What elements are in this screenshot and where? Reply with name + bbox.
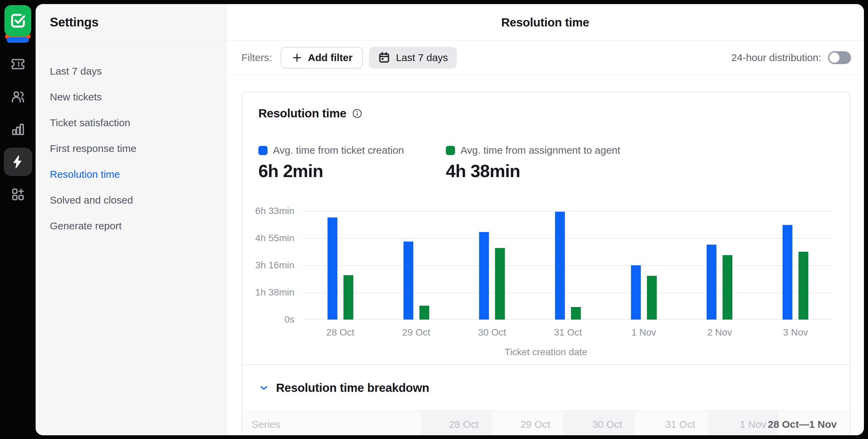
calendar-icon xyxy=(378,51,391,64)
sidebar-title: Settings xyxy=(50,15,99,30)
table-header-cell: 28 Oct—1 Nov xyxy=(779,411,850,435)
table-header-cell: 31 Oct xyxy=(635,411,708,435)
legend-swatch xyxy=(446,146,455,155)
bar xyxy=(571,307,581,320)
settings-sidebar: Settings Last 7 daysNew ticketsTicket sa… xyxy=(36,4,226,435)
chart-x-axis: 28 Oct29 Oct30 Oct31 Oct1 Nov2 Nov3 Nov xyxy=(302,327,833,338)
main-area: Resolution time Filters: Add filter xyxy=(226,4,864,435)
date-range-button[interactable]: Last 7 days xyxy=(369,47,457,69)
bar xyxy=(495,248,505,320)
y-tick-label: 0s xyxy=(284,314,294,325)
page-header: Resolution time xyxy=(226,4,864,41)
bar xyxy=(328,217,337,320)
logo-check-icon xyxy=(4,5,31,36)
bar-group xyxy=(682,211,758,320)
filters-label: Filters: xyxy=(241,52,272,63)
y-tick-label: 1h 38min xyxy=(255,287,294,298)
table-header-cell: 28 Oct xyxy=(421,411,492,435)
bar xyxy=(707,245,716,320)
sidebar-nav: Last 7 daysNew ticketsTicket satisfactio… xyxy=(36,41,226,239)
screen: Settings Last 7 daysNew ticketsTicket sa… xyxy=(0,0,868,439)
distribution-toggle-label: 24-hour distribution: xyxy=(731,52,821,63)
table-header-cell: 30 Oct xyxy=(563,411,635,435)
bar xyxy=(783,225,792,320)
app-logo[interactable] xyxy=(4,5,31,40)
bar xyxy=(555,212,565,320)
legend-group: Avg. time from assignment to agent4h 38m… xyxy=(446,145,633,181)
apps-icon[interactable] xyxy=(4,180,32,209)
legend-label: Avg. time from ticket creation xyxy=(273,145,404,156)
chart: 6h 33min4h 55min3h 16min1h 38min0s xyxy=(258,211,833,320)
sidebar-item-solved-and-closed[interactable]: Solved and closed xyxy=(36,187,226,213)
bar-group xyxy=(378,211,454,320)
logo-stripe-blue xyxy=(7,37,29,43)
legend-label: Avg. time from assignment to agent xyxy=(460,145,620,156)
toggle-knob xyxy=(829,53,840,63)
bar-group xyxy=(530,211,606,320)
app-window: Settings Last 7 daysNew ticketsTicket sa… xyxy=(36,4,864,435)
legend-swatch xyxy=(258,146,268,155)
info-icon[interactable] xyxy=(352,108,362,119)
table-header-cell: Series xyxy=(242,411,421,435)
sidebar-item-first-response-time[interactable]: First response time xyxy=(36,136,226,161)
add-filter-button[interactable]: Add filter xyxy=(281,47,363,69)
chart-bars xyxy=(302,211,833,320)
card-title-row: Resolution time xyxy=(258,107,833,120)
bar xyxy=(403,242,413,320)
x-tick-label: 29 Oct xyxy=(378,327,454,338)
legend-entry: Avg. time from assignment to agent xyxy=(446,145,633,156)
legend-summary-value: 4h 38min xyxy=(446,161,633,181)
legend-row: Avg. time from ticket creation6h 2minAvg… xyxy=(258,145,833,181)
bar-group xyxy=(302,211,378,320)
rail-nav xyxy=(4,50,32,213)
x-tick-label: 2 Nov xyxy=(682,327,758,338)
breakdown-title: Resolution time breakdown xyxy=(276,381,429,395)
statistics-icon[interactable] xyxy=(4,115,32,144)
sidebar-item-resolution-time[interactable]: Resolution time xyxy=(36,161,226,187)
report-content: Resolution time Avg. time from ticket cr… xyxy=(226,75,864,435)
y-tick-label: 4h 55min xyxy=(255,233,294,244)
x-tick-label: 28 Oct xyxy=(302,327,378,338)
chart-y-axis: 6h 33min4h 55min3h 16min1h 38min0s xyxy=(258,211,302,320)
distribution-toggle[interactable] xyxy=(828,51,851,64)
bar xyxy=(723,255,732,320)
sidebar-item-last-7-days[interactable]: Last 7 days xyxy=(36,58,226,84)
bar-group xyxy=(454,211,530,320)
sidebar-header: Settings xyxy=(36,4,226,41)
y-tick-label: 6h 33min xyxy=(255,206,294,216)
app-rail xyxy=(0,0,36,439)
sidebar-item-generate-report[interactable]: Generate report xyxy=(36,213,226,239)
y-tick-label: 3h 16min xyxy=(255,260,294,271)
legend-summary-value: 6h 2min xyxy=(258,161,446,181)
x-tick-label: 3 Nov xyxy=(757,327,833,338)
customers-icon[interactable] xyxy=(4,82,32,111)
table-header-cell: 29 Oct xyxy=(492,411,563,435)
filter-bar: Filters: Add filter Last 7 days xyxy=(226,41,864,75)
sidebar-item-new-tickets[interactable]: New tickets xyxy=(36,84,226,110)
bar xyxy=(647,276,657,320)
resolution-time-card: Resolution time Avg. time from ticket cr… xyxy=(241,92,850,435)
breakdown-header[interactable]: Resolution time breakdown xyxy=(258,365,833,410)
bar xyxy=(479,232,489,320)
bar xyxy=(798,252,808,320)
bar xyxy=(631,265,641,320)
legend-entry: Avg. time from ticket creation xyxy=(258,145,446,156)
sidebar-item-ticket-satisfaction[interactable]: Ticket satisfaction xyxy=(36,110,226,136)
breakdown-table-header: Series28 Oct29 Oct30 Oct31 Oct1 Nov28 Oc… xyxy=(242,410,850,435)
x-axis-title: Ticket creation date xyxy=(258,347,833,358)
x-tick-label: 31 Oct xyxy=(530,327,606,338)
bar xyxy=(343,275,353,320)
chart-plot-area xyxy=(302,211,833,320)
quick-actions-icon[interactable] xyxy=(4,148,32,176)
x-tick-label: 1 Nov xyxy=(606,327,682,338)
x-tick-label: 30 Oct xyxy=(454,327,530,338)
bar xyxy=(419,306,429,320)
card-title: Resolution time xyxy=(258,107,347,120)
plus-icon xyxy=(291,52,303,64)
chevron-down-icon xyxy=(258,382,269,393)
bar-group xyxy=(606,211,682,320)
page-title: Resolution time xyxy=(501,16,589,29)
legend-group: Avg. time from ticket creation6h 2min xyxy=(258,145,446,181)
bar-group xyxy=(757,211,833,320)
tickets-icon[interactable] xyxy=(4,50,32,78)
